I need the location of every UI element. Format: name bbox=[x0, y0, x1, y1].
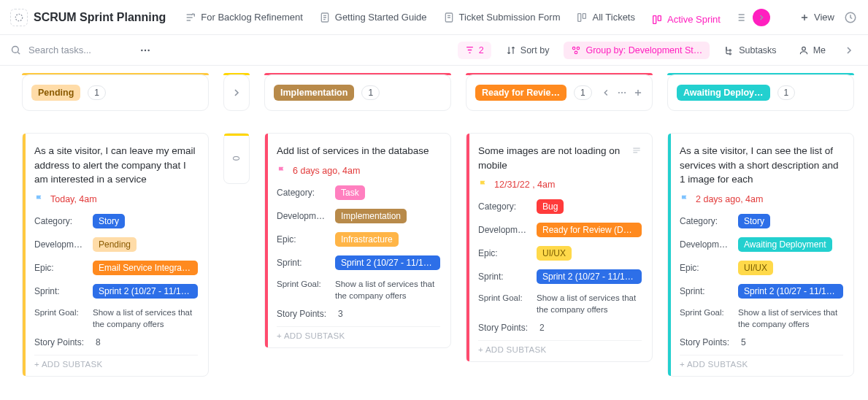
chevron-right-icon bbox=[231, 87, 242, 99]
badge-sprint: Sprint 2 (10/27 - 11/17/2… bbox=[93, 284, 198, 299]
card-title: As a site visitor, I can leave my email … bbox=[34, 144, 198, 187]
column-header[interactable]: Awaiting Deploy… 1 bbox=[667, 74, 854, 111]
task-card[interactable]: As a site visitor, I can see the list of… bbox=[667, 133, 854, 377]
status-pill-implementation: Implementation bbox=[274, 85, 354, 101]
column-header[interactable]: Implementation 1 bbox=[264, 74, 451, 111]
group-by-chip[interactable]: Group by: Development St… bbox=[564, 42, 710, 59]
tab-overflow[interactable] bbox=[729, 4, 773, 31]
filter-icon bbox=[465, 45, 475, 55]
filters-chip[interactable]: 2 bbox=[458, 42, 491, 59]
chevron-right-icon bbox=[843, 45, 855, 56]
search-input[interactable] bbox=[27, 44, 129, 56]
svg-rect-6 bbox=[658, 15, 661, 20]
column-header[interactable]: Pending 1 bbox=[22, 74, 209, 111]
search-icon bbox=[10, 45, 21, 55]
add-task-button[interactable] bbox=[633, 88, 643, 98]
task-card[interactable]: Add list of services in the database 6 d… bbox=[264, 133, 451, 348]
due-date: 6 days ago, 4am bbox=[277, 166, 440, 176]
svg-point-15 bbox=[729, 49, 731, 50]
svg-rect-4 bbox=[583, 13, 586, 18]
svg-rect-3 bbox=[578, 13, 581, 21]
board-title: SCRUM Sprint Planning bbox=[34, 11, 166, 24]
plus-icon bbox=[799, 12, 810, 23]
column-collapsed: 0 bbox=[223, 73, 250, 184]
card-title: Add list of services in the database bbox=[277, 144, 440, 158]
top-navigation: SCRUM Sprint Planning For Backlog Refine… bbox=[0, 0, 868, 35]
due-date: 12/31/22 , 4am bbox=[478, 180, 642, 190]
column-count: 1 bbox=[574, 85, 592, 100]
filter-bar: 2 Sort by Group by: Development St… Subt… bbox=[0, 35, 868, 66]
collapsed-count-card[interactable]: 0 bbox=[223, 133, 250, 184]
tab-guide[interactable]: Getting Started Guide bbox=[312, 7, 434, 28]
column-menu-button[interactable] bbox=[617, 88, 627, 98]
svg-point-11 bbox=[147, 49, 149, 50]
tab-form[interactable]: Ticket Submission Form bbox=[436, 7, 568, 28]
svg-point-10 bbox=[145, 49, 146, 50]
badge-category: Bug bbox=[537, 199, 564, 214]
svg-point-8 bbox=[12, 47, 19, 53]
svg-rect-5 bbox=[653, 15, 656, 23]
view-settings-button[interactable] bbox=[840, 42, 858, 59]
column-pending: Pending 1 As a site visitor, I can leave… bbox=[22, 73, 209, 377]
task-card[interactable]: As a site visitor, I can leave my email … bbox=[22, 133, 209, 377]
svg-point-18 bbox=[618, 92, 620, 93]
nav-tabs: For Backlog Refinement Getting Started G… bbox=[177, 4, 789, 31]
badge-category: Story bbox=[93, 214, 125, 228]
column-awaiting-deployment: Awaiting Deploy… 1 As a site visitor, I … bbox=[667, 73, 854, 377]
board-icon bbox=[651, 14, 663, 26]
badge-stage: Implementation bbox=[335, 209, 407, 223]
tab-backlog[interactable]: For Backlog Refinement bbox=[177, 7, 310, 28]
column-count: 1 bbox=[777, 85, 796, 100]
clock-icon[interactable] bbox=[843, 10, 858, 25]
plus-icon bbox=[633, 88, 643, 98]
description-icon bbox=[631, 145, 642, 155]
badge-sprint: Sprint 2 (10/27 - 11/17/2… bbox=[537, 269, 642, 284]
add-subtask-button[interactable]: + ADD SUBTASK bbox=[34, 355, 198, 369]
column-count: 1 bbox=[88, 85, 106, 100]
flag-icon bbox=[478, 180, 488, 190]
svg-point-12 bbox=[573, 47, 576, 50]
me-button[interactable]: Me bbox=[791, 42, 833, 59]
svg-point-20 bbox=[624, 92, 626, 93]
flag-icon bbox=[277, 166, 287, 176]
task-card[interactable]: Some images are not loading on mobile 12… bbox=[466, 133, 653, 362]
badge-epic: Infrastracture bbox=[335, 232, 399, 247]
svg-point-14 bbox=[575, 51, 578, 54]
search-input-wrap[interactable] bbox=[10, 44, 129, 56]
expand-column-button[interactable] bbox=[223, 74, 250, 111]
svg-point-19 bbox=[621, 92, 623, 93]
add-subtask-button[interactable]: + ADD SUBTASK bbox=[277, 326, 440, 340]
badge-epic: Email Service Integration bbox=[93, 261, 198, 275]
svg-point-9 bbox=[141, 49, 142, 50]
more-options-button[interactable] bbox=[137, 42, 154, 59]
tab-active-sprint[interactable]: Active Sprint bbox=[644, 9, 728, 31]
flag-icon bbox=[34, 194, 45, 204]
svg-point-13 bbox=[577, 47, 580, 50]
badge-epic: UI/UX bbox=[537, 246, 572, 261]
form-icon bbox=[443, 12, 455, 23]
badge-stage: Awaiting Deployment bbox=[738, 237, 832, 252]
add-subtask-button[interactable]: + ADD SUBTASK bbox=[478, 340, 642, 354]
kanban-board: Pending 1 As a site visitor, I can leave… bbox=[0, 66, 868, 391]
collapse-column-button[interactable] bbox=[601, 88, 611, 98]
dots-icon bbox=[139, 45, 151, 56]
badge-sprint: Sprint 2 (10/27 - 11/17/2… bbox=[335, 255, 440, 270]
badge-stage: Pending bbox=[93, 237, 137, 252]
subtasks-button[interactable]: Subtasks bbox=[717, 42, 783, 59]
status-pill-ready: Ready for Revie… bbox=[475, 85, 566, 101]
app-icon bbox=[10, 9, 28, 26]
add-subtask-button[interactable]: + ADD SUBTASK bbox=[680, 355, 843, 369]
badge-category: Story bbox=[738, 214, 770, 228]
group-icon bbox=[571, 45, 581, 55]
subtasks-icon bbox=[724, 45, 734, 55]
column-implementation: Implementation 1 Add list of services in… bbox=[264, 73, 451, 348]
add-view-button[interactable]: View bbox=[795, 9, 839, 26]
column-header[interactable]: Ready for Revie… 1 bbox=[466, 74, 653, 111]
list-icon bbox=[185, 12, 196, 23]
badge-sprint: Sprint 2 (10/27 - 11/17/2… bbox=[738, 284, 843, 299]
sort-icon bbox=[506, 45, 516, 55]
dots-icon bbox=[617, 88, 627, 98]
card-title: Some images are not loading on mobile bbox=[478, 144, 627, 172]
tab-all-tickets[interactable]: All Tickets bbox=[569, 7, 642, 28]
sort-by-button[interactable]: Sort by bbox=[499, 42, 557, 59]
